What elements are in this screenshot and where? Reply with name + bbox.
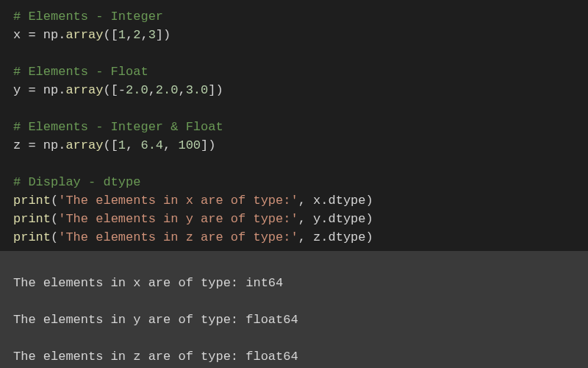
bracket: ]) [208, 83, 223, 97]
string-literal: 'The elements in x are of type:' [58, 194, 298, 208]
output-line: The elements in z are of type: float64 [13, 347, 575, 366]
comma: , [163, 138, 178, 152]
paren: ( [51, 194, 58, 208]
comment: # Elements - Integer & Float [13, 120, 223, 134]
number: 2.0 [126, 83, 148, 97]
comment: # Elements - Integer [13, 10, 163, 24]
dot: . [58, 83, 65, 97]
function-call: array [65, 28, 103, 42]
number: 100 [178, 138, 201, 152]
bracket: ]) [201, 138, 215, 152]
comma: , [140, 28, 148, 42]
code-line-y: y = np.array([-2.0,2.0,3.0]) [13, 81, 575, 99]
args: , z.dtype) [298, 230, 373, 244]
variable: y [13, 83, 28, 97]
code-editor: # Elements - Integer x = np.array([1,2,3… [0, 0, 588, 251]
code-line-comment-int: # Elements - Integer [13, 7, 575, 26]
function-call: array [65, 138, 103, 152]
args: , y.dtype) [298, 212, 373, 226]
string-literal: 'The elements in y are of type:' [58, 212, 298, 226]
blank-line [13, 44, 575, 63]
number: 6.4 [140, 138, 163, 152]
comment: # Display - dtype [13, 175, 140, 189]
bracket: ([ [103, 83, 118, 97]
number: 1 [118, 28, 126, 42]
number: 2 [133, 28, 140, 42]
comma: , [126, 138, 140, 152]
module: np [36, 83, 59, 97]
bracket: ([ [103, 138, 118, 152]
output-line: The elements in y are of type: float64 [13, 311, 575, 329]
code-line-print-y: print('The elements in y are of type:', … [13, 210, 575, 228]
function-call: print [13, 212, 51, 226]
code-line-comment-float: # Elements - Float [13, 63, 575, 81]
variable: x [13, 28, 28, 42]
operator: = [28, 28, 35, 42]
paren: ( [51, 212, 58, 226]
number: 3.0 [186, 83, 209, 97]
module: np [36, 138, 59, 152]
number: 2.0 [156, 83, 179, 97]
code-line-z: z = np.array([1, 6.4, 100]) [13, 136, 575, 155]
string-literal: 'The elements in z are of type:' [58, 230, 298, 244]
function-call: array [65, 83, 103, 97]
paren: ( [51, 230, 58, 244]
blank-line [13, 155, 575, 173]
bracket: ]) [156, 28, 171, 42]
dot: . [58, 28, 65, 42]
code-line-x: x = np.array([1,2,3]) [13, 26, 575, 44]
dot: . [58, 138, 65, 152]
bracket: ([ [103, 28, 118, 42]
number: 1 [118, 138, 126, 152]
comma: , [178, 83, 185, 97]
number: 3 [148, 28, 156, 42]
module: np [36, 28, 59, 42]
output-line: The elements in x are of type: int64 [13, 274, 575, 292]
code-line-comment-mixed: # Elements - Integer & Float [13, 118, 575, 136]
code-line-comment-display: # Display - dtype [13, 173, 575, 191]
operator: = [28, 138, 35, 152]
function-call: print [13, 230, 51, 244]
comment: # Elements - Float [13, 65, 148, 79]
function-call: print [13, 194, 51, 208]
minus: - [118, 83, 126, 97]
comma: , [148, 83, 156, 97]
variable: z [13, 138, 28, 152]
output-console: The elements in x are of type: int64 The… [0, 251, 588, 368]
code-line-print-z: print('The elements in z are of type:', … [13, 228, 575, 247]
code-line-print-x: print('The elements in x are of type:', … [13, 191, 575, 210]
blank-line [13, 99, 575, 118]
operator: = [28, 83, 35, 97]
comma: , [126, 28, 133, 42]
args: , x.dtype) [298, 194, 373, 208]
